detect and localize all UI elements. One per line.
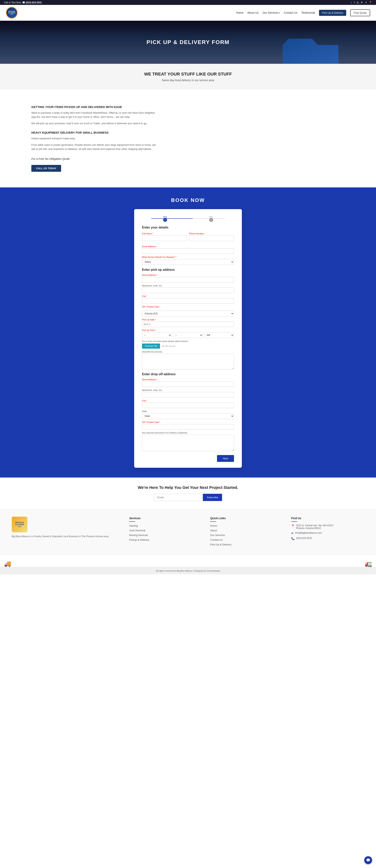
time-ampm-select[interactable]: AM PM <box>204 332 234 338</box>
footer-hauling-link[interactable]: Hauling <box>129 524 138 527</box>
service-select[interactable]: Select Pick Up & Delivery Hauling Junk R… <box>142 259 234 265</box>
special-instructions-group: Any Special Instructions For Delivery (O… <box>142 432 234 451</box>
list-item: Contact Us <box>210 538 283 541</box>
nav-logo: BIG BLUE ALLIANCE LLC <box>6 7 18 19</box>
footer-email-link[interactable]: info@bigbluealliance.com <box>295 531 322 534</box>
location-icon[interactable]: 📍 <box>369 1 372 4</box>
top-bar-left: Call or Text Now ☎ (623) 624-2531 <box>4 1 42 4</box>
dropoff-city-input[interactable] <box>142 403 234 408</box>
footer-junk-link[interactable]: Junk Removal <box>129 529 145 532</box>
subscribe-btn[interactable]: Subscribe <box>203 494 222 501</box>
footer-pickup-link[interactable]: Pickup & Delivery <box>129 538 149 541</box>
tiktok-icon[interactable]: ♪ <box>351 1 352 4</box>
describe-label: Describe the pictures <box>142 350 234 353</box>
email-input[interactable] <box>142 248 234 254</box>
time-hour-select[interactable]: -- 0102 0304 0506 0708 0910 1112 <box>142 332 172 338</box>
dropoff-street-input[interactable] <box>142 381 234 387</box>
list-item: Hauling <box>129 524 202 527</box>
time-min-select[interactable]: -- 0015 3045 <box>173 332 203 338</box>
info-content: GETTING YOUR ITEMS PICKED UP AND DELIVER… <box>16 97 172 180</box>
apt-input[interactable] <box>142 287 234 293</box>
footer-address: 📍 3101 N. Central Ave. Ste 183 #2317 Pho… <box>291 524 364 530</box>
nav-free-btn[interactable]: Free Quote <box>350 9 370 16</box>
footer-quicklinks-list: Home About Our Services Contact Us Pick-… <box>210 524 283 546</box>
dropoff-state-select[interactable]: State Arizona (AZ) California (CA) Nevad… <box>142 413 234 419</box>
phone-input[interactable] <box>189 236 234 241</box>
dropoff-city-group: City * <box>142 400 234 408</box>
street-label: Street Address * <box>142 274 234 276</box>
footer-pickupdelivery-link[interactable]: Pick-Up & Delivery <box>210 543 231 546</box>
info-section1-p2: We will pick up your purchase, load it o… <box>31 122 157 126</box>
twitter-icon[interactable]: ✗ <box>361 1 363 4</box>
dropoff-zip-input[interactable] <box>142 424 234 430</box>
footer-services-col: Services Hauling Junk Removal Moving Ser… <box>129 517 202 548</box>
book-now-title: BOOK NOW <box>171 197 205 203</box>
footer-email-input[interactable] <box>154 494 203 501</box>
nav-pickup-btn[interactable]: Pick Up & Delivery <box>319 10 346 16</box>
street-input[interactable] <box>142 277 234 282</box>
dropoff-title: Enter drop off address <box>142 372 234 376</box>
nav-contact[interactable]: Contact Us <box>284 11 297 14</box>
info-section2-title: HEAVY EQUIPMENT DELIVERY FOR SMALL BUSIN… <box>31 131 157 134</box>
dropoff-zip-label: ZIP / Postal Code * <box>142 421 234 423</box>
top-bar: Call or Text Now ☎ (623) 624-2531 ♪ f ◎ … <box>0 0 376 5</box>
nav-testimonial[interactable]: Testimonial <box>301 11 315 14</box>
state-select[interactable]: Arizona (AZ) California (CA) Nevada (NV) <box>142 311 234 316</box>
footer-email-row: Subscribe <box>4 494 372 501</box>
instagram-icon[interactable]: ◎ <box>357 1 359 4</box>
pickup-date-input[interactable] <box>142 321 234 327</box>
describe-textarea[interactable] <box>142 354 234 369</box>
footer-phone-text[interactable]: (623) 624-2531 <box>296 537 312 539</box>
city-group: City * <box>142 295 234 304</box>
footer-about-link[interactable]: About <box>210 529 217 532</box>
bottom-bar: All rights reserved by Big Blue Alliance… <box>0 567 376 575</box>
step-1: Step 1 <box>142 215 188 222</box>
footer-services-heading: Services <box>129 517 202 520</box>
full-name-input[interactable] <box>142 236 187 241</box>
truck-right-icon: 🚛 <box>365 560 372 567</box>
nav-services[interactable]: Our Services <box>263 11 280 14</box>
form-actions: Next <box>142 453 234 462</box>
footer-findus-line <box>291 521 297 522</box>
phone-group: Phone Number * <box>189 232 234 241</box>
dropoff-state-group: State State Arizona (AZ) California (CA)… <box>142 410 234 419</box>
nav-home[interactable]: Home <box>236 11 243 14</box>
file-note: For a more accurate quote please attach … <box>142 340 234 342</box>
next-btn[interactable]: Next <box>217 455 234 462</box>
top-bar-phone[interactable]: ☎ (623) 624-2531 <box>22 1 42 4</box>
step1-circle: 1 <box>163 218 167 222</box>
dropoff-apt-group: Apartment, suite, etc. <box>142 389 234 398</box>
hero-truck-graphic <box>280 32 338 64</box>
navbar: BIG BLUE ALLIANCE LLC Home About Us Our … <box>0 5 376 21</box>
footer-services-link[interactable]: Our Services <box>210 534 225 537</box>
external-icon[interactable]: ⇗ <box>365 1 367 4</box>
pickup-title: Enter pick up address <box>142 268 234 272</box>
list-item: Pickup & Delivery <box>129 538 202 541</box>
booking-form-card: Step 1 Step 2 Enter your details Full Na… <box>134 209 242 468</box>
top-bar-social: ♪ f ◎ ✗ ⇗ 📍 <box>351 1 372 4</box>
pickup-date-label: Pick Up Date * <box>142 318 234 321</box>
footer-contact-link[interactable]: Contact Us <box>210 538 223 541</box>
call-us-today-btn[interactable]: CALL US TODAY <box>31 165 61 172</box>
list-item: Our Services <box>210 533 283 537</box>
top-bar-cta: Call or Text Now <box>4 1 21 4</box>
step1-label: Step <box>163 216 167 218</box>
step2-circle: 2 <box>209 218 213 222</box>
time-selects-row: -- 0102 0304 0506 0708 0910 1112 -- 0015… <box>142 332 234 338</box>
name-phone-row: Full Name * Phone Number * <box>142 232 234 243</box>
special-textarea[interactable] <box>142 435 234 451</box>
footer-home-link[interactable]: Home <box>210 524 217 527</box>
choose-file-btn[interactable]: Choose File <box>142 343 160 349</box>
dropoff-street-group: Street Address * <box>142 378 234 387</box>
form-section1-title: Enter your details <box>142 226 234 229</box>
footer: BIG BLUEALLIANCELLC Big Blue Alliance is… <box>0 509 376 555</box>
city-input[interactable] <box>142 298 234 304</box>
city-label: City * <box>142 295 234 297</box>
dropoff-apt-input[interactable] <box>142 392 234 398</box>
list-item: Home <box>210 524 283 527</box>
nav-links: Home About Us Our Services Contact Us Te… <box>236 9 370 16</box>
nav-about[interactable]: About Us <box>247 11 259 14</box>
footer-moving-link[interactable]: Moving Services <box>129 534 148 537</box>
facebook-icon[interactable]: f <box>354 1 355 4</box>
phone-icon: 📞 <box>291 537 294 540</box>
